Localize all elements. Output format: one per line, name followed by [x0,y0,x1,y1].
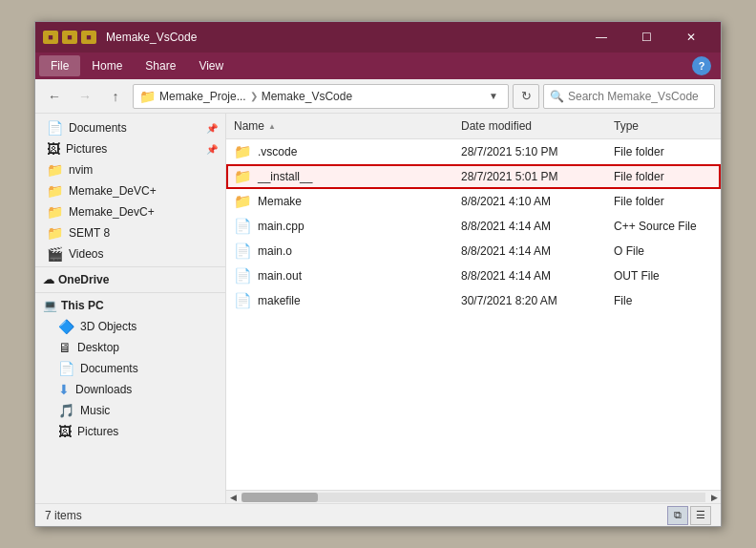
table-row[interactable]: 📁 __install__ 28/7/2021 5:01 PM File fol… [226,164,721,189]
sidebar-item-3d-objects[interactable]: 🔷 3D Objects [35,316,225,337]
file-name: 📁 .vscode [226,143,453,160]
file-name-text: main.out [258,269,302,283]
col-header-name[interactable]: Name ▲ [226,116,453,137]
menu-bar-right: ? [692,56,717,75]
menu-share[interactable]: Share [134,55,187,76]
sidebar-label-videos: Videos [69,247,103,261]
up-button[interactable]: ↑ [102,83,129,110]
file-type: O File [606,244,721,258]
breadcrumb-sep: ❯ [250,91,258,101]
scroll-left-button[interactable]: ◀ [226,491,240,504]
content-area: Name ▲ Date modified Type 📁 .vscode 28/7… [226,114,721,503]
3d-objects-icon: 🔷 [58,319,74,334]
file-type: File folder [606,195,721,208]
horizontal-scrollbar[interactable]: ◀ ▶ [226,490,721,503]
sidebar-item-memake-devc1[interactable]: 📁 Memake_DeVC+ [35,180,225,201]
file-icon: 📄 [234,267,252,285]
menu-bar: File Home Share View ? [35,53,721,79]
file-icon: 📄 [234,242,252,260]
address-folder-icon: 📁 [139,89,156,104]
pictures-pc-icon: 🖼 [58,424,72,439]
title-bar: ■ ■ ■ Memake_VsCode — ☐ ✕ [35,22,721,53]
file-date: 8/8/2021 4:14 AM [453,220,606,233]
scroll-thumb[interactable] [242,493,318,502]
breadcrumb-current: Memake_VsCode [262,90,352,103]
file-type: File folder [606,145,721,158]
search-bar[interactable]: 🔍 [543,84,715,109]
back-button[interactable]: ← [41,83,68,110]
forward-button[interactable]: → [72,83,98,110]
pin-icon: 📌 [206,123,218,134]
file-date: 8/8/2021 4:14 AM [453,244,606,258]
minimize-button[interactable]: — [579,22,623,53]
grid-view-button[interactable]: ⧉ [667,506,688,525]
file-type: OUT File [606,269,721,283]
title-icon-1: ■ [43,31,58,44]
sidebar-item-semt8[interactable]: 📁 SEMT 8 [35,222,225,243]
file-name-text: makefile [258,294,301,307]
sidebar-this-pc[interactable]: 💻 This PC [35,295,225,316]
sidebar-item-desktop[interactable]: 🖥 Desktop [35,337,225,358]
sidebar-item-documents[interactable]: 📄 Documents [35,358,225,379]
sidebar-item-pictures-pinned[interactable]: 🖼 Pictures 📌 [35,138,225,159]
folder-icon: 📁 [234,193,252,210]
documents-icon: 📄 [47,120,63,136]
sidebar-item-music[interactable]: 🎵 Music [35,400,225,421]
file-name-text: Memake [258,195,302,208]
table-row[interactable]: 📄 makefile 30/7/2021 8:20 AM File [226,288,721,313]
menu-file[interactable]: File [39,55,80,76]
sidebar-label-pictures-pc: Pictures [77,425,118,438]
sidebar-item-pictures[interactable]: 🖼 Pictures [35,421,225,442]
sidebar-item-nvim[interactable]: 📁 nvim [35,159,225,180]
sidebar-item-videos[interactable]: 🎬 Videos [35,243,225,264]
file-name-text: .vscode [258,145,297,158]
menu-view[interactable]: View [187,55,235,76]
sidebar-item-documents-pinned[interactable]: 📄 Documents 📌 [35,117,225,138]
scroll-track[interactable] [242,493,705,502]
table-row[interactable]: 📄 main.out 8/8/2021 4:14 AM OUT File [226,263,721,288]
list-view-button[interactable]: ☰ [690,506,711,525]
file-date: 30/7/2021 8:20 AM [453,294,606,307]
sidebar-label-semt8: SEMT 8 [69,226,110,240]
search-input[interactable] [568,90,708,103]
menu-home[interactable]: Home [80,55,134,76]
sidebar-label-this-pc: This PC [61,299,104,312]
file-date: 28/7/2021 5:10 PM [453,145,606,158]
file-name: 📄 main.cpp [226,218,453,235]
sidebar-label-memake-devc2: Memake_DevC+ [69,205,155,219]
sidebar-item-downloads[interactable]: ⬇ Downloads [35,379,225,400]
toolbar: ← → ↑ 📁 Memake_Proje... ❯ Memake_VsCode … [35,79,721,114]
table-row[interactable]: 📄 main.o 8/8/2021 4:14 AM O File [226,239,721,263]
help-button[interactable]: ? [692,56,711,75]
table-row[interactable]: 📁 .vscode 28/7/2021 5:10 PM File folder [226,139,721,164]
sidebar-onedrive[interactable]: ☁ OneDrive [35,269,225,290]
refresh-button[interactable]: ↻ [513,84,539,109]
file-date: 28/7/2021 5:01 PM [453,170,606,183]
file-name: 📄 main.o [226,242,453,260]
sidebar-item-memake-devc2[interactable]: 📁 Memake_DevC+ [35,201,225,222]
col-header-type[interactable]: Type [606,116,721,137]
file-name-text: main.o [258,244,292,258]
sidebar-label-3d-objects: 3D Objects [80,320,136,333]
title-controls: — ☐ ✕ [579,22,713,53]
table-row[interactable]: 📁 Memake 8/8/2021 4:10 AM File folder [226,189,721,214]
file-icon: 📄 [234,292,252,309]
file-type: File folder [606,170,721,183]
sidebar-label-pictures-pinned: Pictures [66,142,107,156]
sort-arrow-icon: ▲ [268,122,276,131]
status-bar: 7 items ⧉ ☰ [35,503,721,526]
sidebar: 📄 Documents 📌 🖼 Pictures 📌 📁 nvim 📁 Mema… [35,114,226,503]
maximize-button[interactable]: ☐ [624,22,668,53]
address-dropdown-button[interactable]: ▼ [485,89,502,103]
col-header-date[interactable]: Date modified [453,116,606,137]
scroll-right-button[interactable]: ▶ [707,491,721,504]
sidebar-label-documents-pc: Documents [80,362,138,375]
address-bar[interactable]: 📁 Memake_Proje... ❯ Memake_VsCode ▼ [133,84,509,109]
close-button[interactable]: ✕ [669,22,713,53]
memake-devc1-icon: 📁 [47,183,63,199]
sidebar-divider-1 [35,266,225,267]
table-row[interactable]: 📄 main.cpp 8/8/2021 4:14 AM C++ Source F… [226,214,721,239]
desktop-icon: 🖥 [58,340,72,355]
window-title: Memake_VsCode [102,31,574,44]
sidebar-divider-2 [35,292,225,293]
